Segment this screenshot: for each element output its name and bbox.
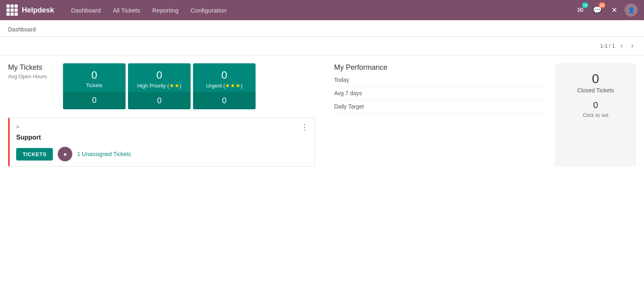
avatar-icon: ● — [63, 151, 67, 157]
ticket-card-urgent[interactable]: 0 Urgent (★★★) 0 — [193, 63, 256, 109]
ticket-card-bottom-all: 0 — [63, 92, 126, 109]
kanban-menu-icon[interactable]: ⋮ — [301, 123, 308, 131]
nav-dashboard[interactable]: Dashboard — [66, 4, 105, 16]
nav-all-tickets[interactable]: All Tickets — [108, 4, 145, 16]
page-header: Dashboard — [0, 20, 644, 37]
pagination-bar: 1-1 / 1 ‹ › — [0, 37, 644, 55]
my-tickets-title: My Tickets — [8, 63, 57, 72]
team-avatar[interactable]: ● — [58, 147, 72, 161]
high-priority-count: 0 — [132, 69, 187, 81]
kanban-card-header: > ⋮ — [16, 123, 308, 131]
avg-open-hours: Avg Open Hours — [8, 73, 57, 79]
app-name: Helpdesk — [22, 6, 54, 15]
ticket-cards: 0 Tickets 0 0 High Priority (★★) — [63, 63, 256, 109]
pagination-text: 1-1 / 1 — [600, 43, 615, 49]
perf-avg7-label: Avg 7 days — [334, 90, 362, 96]
my-performance-title: My Performance — [334, 63, 548, 72]
perf-row-avg7: Avg 7 days — [334, 87, 548, 100]
ticket-card-bottom-urgent: 0 — [193, 92, 256, 109]
kanban-card-title: Support — [16, 134, 308, 141]
closed-tickets-sub-number: 0 — [563, 100, 628, 111]
topnav-actions: ✉ 19 💬 24 ✕ 👤 — [574, 4, 638, 17]
tickets-button[interactable]: TICKETS — [16, 148, 53, 161]
breadcrumb: Dashboard — [8, 26, 36, 33]
kanban-section: > ⋮ Support TICKETS ● 1 Unassigned Ticke… — [8, 117, 318, 167]
ticket-card-all[interactable]: 0 Tickets 0 — [63, 63, 126, 109]
close-button[interactable]: ✕ — [608, 4, 621, 17]
my-performance-section: My Performance Today Avg 7 days Daily Ta… — [326, 63, 556, 167]
ticket-card-high[interactable]: 0 High Priority (★★) 0 — [128, 63, 191, 109]
top-navigation: Helpdesk Dashboard All Tickets Reporting… — [0, 0, 644, 20]
click-to-set[interactable]: Click to set — [563, 112, 628, 118]
high-priority-label: High Priority (★★) — [132, 82, 187, 89]
kanban-chevron[interactable]: > — [16, 124, 19, 130]
perf-target-label: Daily Target — [334, 103, 364, 110]
closed-tickets-label: Closed Tickets — [563, 87, 628, 94]
app-logo[interactable]: Helpdesk — [6, 4, 54, 16]
kanban-card-body: TICKETS ● 1 Unassigned Tickets — [16, 147, 308, 161]
left-panel: My Tickets Avg Open Hours 0 Tickets 0 — [8, 63, 318, 167]
perf-row-today: Today — [334, 73, 548, 87]
messages-badge: 24 — [599, 2, 605, 8]
avatar-icon: 👤 — [628, 7, 635, 13]
kanban-card: > ⋮ Support TICKETS ● 1 Unassigned Ticke… — [8, 117, 315, 167]
notifications-button[interactable]: ✉ 19 — [574, 4, 587, 17]
close-icon: ✕ — [611, 6, 617, 15]
user-avatar[interactable]: 👤 — [625, 4, 638, 17]
right-panel: My Performance Today Avg 7 days Daily Ta… — [326, 63, 636, 167]
closed-tickets-panel: 0 Closed Tickets 0 Click to set — [555, 63, 636, 167]
pagination-prev[interactable]: ‹ — [618, 41, 625, 51]
ticket-card-bottom-high: 0 — [128, 92, 191, 109]
nav-reporting[interactable]: Reporting — [147, 4, 183, 16]
my-tickets-section: My Tickets Avg Open Hours 0 Tickets 0 — [8, 63, 318, 109]
perf-today-label: Today — [334, 77, 349, 83]
page-content: Dashboard 1-1 / 1 ‹ › My Tickets Avg Ope… — [0, 20, 644, 294]
ticket-card-top-urgent: 0 Urgent (★★★) — [193, 63, 256, 92]
dashboard-body: My Tickets Avg Open Hours 0 Tickets 0 — [0, 55, 644, 175]
urgent-label: Urgent (★★★) — [197, 82, 252, 89]
main-menu: Dashboard All Tickets Reporting Configur… — [66, 4, 574, 16]
notification-badge: 19 — [582, 2, 588, 8]
closed-tickets-number: 0 — [563, 71, 628, 86]
tickets-label: Tickets — [67, 82, 122, 88]
perf-row-target: Daily Target — [334, 100, 548, 113]
nav-configuration[interactable]: Configuration — [186, 4, 231, 16]
ticket-card-top-high: 0 High Priority (★★) — [128, 63, 191, 92]
messages-button[interactable]: 💬 24 — [591, 4, 604, 17]
ticket-card-top-all: 0 Tickets — [63, 63, 126, 92]
urgent-count: 0 — [197, 69, 252, 81]
my-tickets-label: My Tickets Avg Open Hours — [8, 63, 57, 79]
grid-icon — [6, 4, 18, 16]
tickets-count: 0 — [67, 69, 122, 81]
pagination-next[interactable]: › — [629, 41, 636, 51]
unassigned-tickets-link[interactable]: 1 Unassigned Tickets — [77, 151, 131, 157]
